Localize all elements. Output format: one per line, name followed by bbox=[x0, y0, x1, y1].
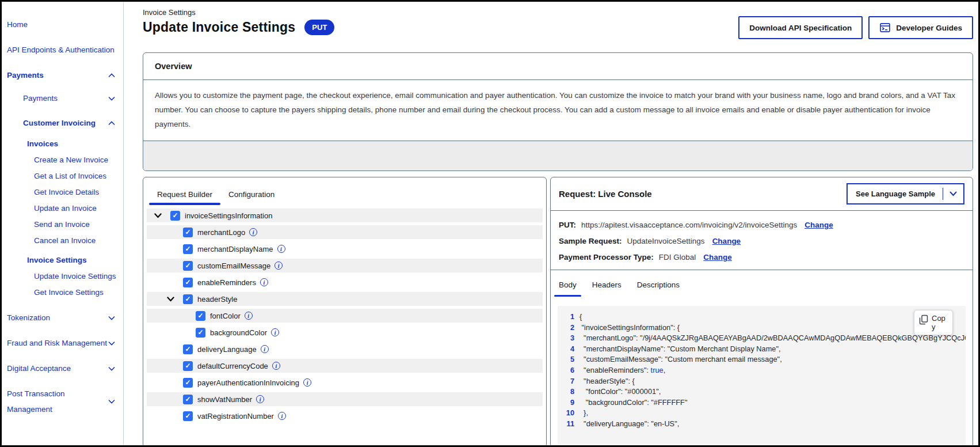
field-name-label: merchantDisplayName bbox=[197, 245, 273, 253]
change-link[interactable]: Change bbox=[703, 253, 732, 262]
sidebar-item-digital-acceptance[interactable]: Digital Acceptance bbox=[2, 361, 123, 376]
info-icon[interactable]: i bbox=[261, 345, 269, 353]
sidebar-item-get-invoice-details[interactable]: Get Invoice Details bbox=[2, 184, 123, 200]
developer-guides-button[interactable]: Developer Guides bbox=[868, 16, 973, 39]
tree-row-merchantdisplayname[interactable]: ✓ merchantDisplayName i bbox=[147, 242, 543, 256]
checkbox-checked[interactable]: ✓ bbox=[183, 378, 193, 388]
checkbox-checked[interactable]: ✓ bbox=[183, 395, 193, 404]
line-number: 3 bbox=[565, 333, 574, 344]
download-api-spec-label: Download API Specification bbox=[749, 24, 852, 32]
code-text: { bbox=[579, 312, 582, 323]
content-columns: Request Builder Configuration ✓ invoiceS… bbox=[143, 177, 973, 445]
chevron-down-icon[interactable] bbox=[943, 191, 963, 196]
info-icon[interactable]: i bbox=[274, 262, 283, 270]
live-console-panel: Request: Live Console See Language Sampl… bbox=[550, 177, 973, 445]
checkbox-checked[interactable]: ✓ bbox=[183, 228, 193, 237]
info-icon[interactable]: i bbox=[260, 278, 268, 286]
info-icon[interactable]: i bbox=[272, 362, 280, 370]
checkbox-checked[interactable]: ✓ bbox=[196, 328, 205, 338]
checkbox-checked[interactable]: ✓ bbox=[183, 261, 193, 271]
tree-row-vatregistrationnumber[interactable]: ✓ vatRegistrationNumber i bbox=[147, 409, 543, 423]
tree-row-headerstyle[interactable]: ✓ headerStyle bbox=[147, 292, 543, 306]
sidebar-item-label: Get Invoice Details bbox=[34, 184, 123, 200]
tab-descriptions[interactable]: Descriptions bbox=[637, 277, 680, 297]
tree-row-invoicesettingsinformation[interactable]: ✓ invoiceSettingsInformation bbox=[147, 209, 543, 222]
line-number: 11 bbox=[565, 419, 574, 430]
sidebar-item-tokenization[interactable]: Tokenization bbox=[2, 310, 123, 325]
info-icon[interactable]: i bbox=[277, 245, 285, 253]
request-builder-tabs: Request Builder Configuration bbox=[143, 177, 546, 205]
sidebar-item-post-transaction-management[interactable]: Post Transaction Management bbox=[2, 386, 123, 417]
expander-chevron-down-icon[interactable] bbox=[154, 213, 162, 218]
sidebar-item-payments[interactable]: Payments bbox=[2, 90, 123, 106]
tab-body[interactable]: Body bbox=[559, 277, 577, 297]
checkbox-checked[interactable]: ✓ bbox=[183, 344, 193, 354]
sidebar-item-get-invoice-settings[interactable]: Get Invoice Settings bbox=[2, 285, 123, 300]
app-window: Home API Endpoints & Authentication Paym… bbox=[0, 0, 980, 447]
info-icon[interactable]: i bbox=[303, 378, 311, 387]
see-language-sample-button[interactable]: See Language Sample bbox=[846, 183, 964, 204]
change-link[interactable]: Change bbox=[804, 221, 833, 229]
code-line: 7 "headerStyle": { bbox=[565, 376, 966, 387]
live-console-title: Request: Live Console bbox=[559, 189, 652, 199]
sidebar-item-api-endpoints-authentication[interactable]: API Endpoints & Authentication bbox=[2, 42, 123, 58]
request-meta-put: PUT: https://apitest.visaacceptance.com/… bbox=[559, 221, 964, 229]
checkbox-checked[interactable]: ✓ bbox=[183, 278, 193, 287]
tree-row-deliverylanguage[interactable]: ✓ deliveryLanguage i bbox=[147, 342, 543, 356]
info-icon[interactable]: i bbox=[256, 395, 264, 403]
tree-row-merchantlogo[interactable]: ✓ merchantLogo i bbox=[147, 225, 543, 239]
sidebar-item-get-a-list-of-invoices[interactable]: Get a List of Invoices bbox=[2, 168, 123, 184]
sidebar-item-label: Payments bbox=[7, 67, 108, 83]
tab-headers[interactable]: Headers bbox=[592, 277, 621, 297]
tree-row-enablereminders[interactable]: ✓ enableReminders i bbox=[147, 275, 543, 289]
change-link[interactable]: Change bbox=[712, 237, 741, 245]
code-text: "deliveryLanguage": "en-US", bbox=[579, 419, 679, 430]
sidebar-item-label: Create a New Invoice bbox=[34, 152, 123, 168]
sidebar-item-update-invoice-settings[interactable]: Update Invoice Settings bbox=[2, 268, 123, 284]
info-icon[interactable]: i bbox=[278, 412, 286, 420]
sidebar-item-update-an-invoice[interactable]: Update an Invoice bbox=[2, 200, 123, 216]
tree-row-showvatnumber[interactable]: ✓ showVatNumber i bbox=[147, 392, 543, 406]
main-content: Invoice Settings Update Invoice Settings… bbox=[124, 2, 978, 445]
checkbox-checked[interactable]: ✓ bbox=[196, 311, 205, 321]
checkbox-checked[interactable]: ✓ bbox=[183, 361, 193, 371]
download-api-spec-button[interactable]: Download API Specification bbox=[738, 16, 863, 39]
request-body-code[interactable]: Copy 1 { 2 "invoiceSettingsInformation":… bbox=[558, 306, 966, 445]
checkbox-checked[interactable]: ✓ bbox=[183, 294, 193, 304]
tab-request-builder[interactable]: Request Builder bbox=[149, 185, 220, 205]
sidebar-item-payments[interactable]: Payments bbox=[2, 67, 123, 83]
overview-card: Overview Allows you to customize the pay… bbox=[143, 52, 973, 171]
code-text: "enableReminders": true, bbox=[579, 365, 665, 376]
line-number: 9 bbox=[565, 397, 574, 408]
tree-row-defaultcurrencycode[interactable]: ✓ defaultCurrencyCode i bbox=[147, 359, 543, 373]
tab-configuration[interactable]: Configuration bbox=[220, 185, 283, 205]
code-text: "merchantLogo": "/9j/4AAQSkZJRgABAQEAYAB… bbox=[579, 333, 966, 344]
chevron-down-icon bbox=[108, 399, 115, 404]
sidebar-item-cancel-an-invoice[interactable]: Cancel an Invoice bbox=[2, 233, 123, 248]
info-icon[interactable]: i bbox=[271, 328, 279, 336]
checkbox-checked[interactable]: ✓ bbox=[183, 411, 193, 421]
overview-card-body: Allows you to customize the payment page… bbox=[143, 80, 973, 141]
expander-chevron-down-icon[interactable] bbox=[167, 297, 174, 302]
tree-row-backgroundcolor[interactable]: ✓ backgroundColor i bbox=[147, 325, 543, 339]
sidebar-item-invoice-settings[interactable]: Invoice Settings bbox=[2, 252, 123, 268]
info-icon[interactable]: i bbox=[245, 312, 253, 320]
tree-row-customemailmessage[interactable]: ✓ customEmailMessage i bbox=[147, 259, 543, 272]
sidebar-item-label: Get a List of Invoices bbox=[34, 168, 123, 184]
line-number: 4 bbox=[565, 344, 574, 355]
sidebar-item-invoices[interactable]: Invoices bbox=[2, 136, 123, 151]
info-icon[interactable]: i bbox=[249, 228, 257, 236]
copy-button[interactable]: Copy bbox=[914, 310, 953, 335]
sidebar-item-send-an-invoice[interactable]: Send an Invoice bbox=[2, 217, 123, 232]
tree-row-payerauthenticationininvoicing[interactable]: ✓ payerAuthenticationInInvoicing i bbox=[147, 376, 543, 389]
tree-row-fontcolor[interactable]: ✓ fontColor i bbox=[147, 309, 543, 323]
sidebar-item-home[interactable]: Home bbox=[2, 17, 123, 32]
checkbox-checked[interactable]: ✓ bbox=[183, 244, 193, 254]
chevron-down-icon bbox=[108, 341, 115, 346]
checkbox-checked[interactable]: ✓ bbox=[170, 211, 180, 221]
code-line: 8 "fontColor": "#000001", bbox=[565, 387, 966, 397]
sidebar-item-label: Send an Invoice bbox=[34, 217, 123, 232]
sidebar-item-customer-invoicing[interactable]: Customer Invoicing bbox=[2, 115, 123, 131]
sidebar-item-create-a-new-invoice[interactable]: Create a New Invoice bbox=[2, 152, 123, 168]
sidebar-item-fraud-and-risk-management[interactable]: Fraud and Risk Management bbox=[2, 335, 123, 351]
